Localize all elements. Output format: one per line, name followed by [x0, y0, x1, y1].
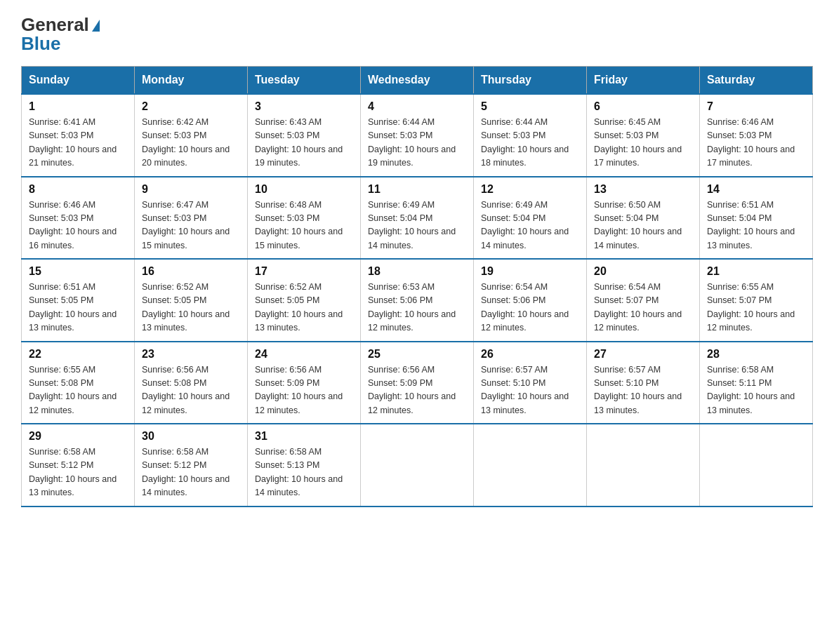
calendar-table: SundayMondayTuesdayWednesdayThursdayFrid…: [21, 66, 813, 507]
day-info: Sunrise: 6:57 AMSunset: 5:10 PMDaylight:…: [481, 363, 579, 418]
day-number: 20: [594, 265, 692, 278]
day-info: Sunrise: 6:58 AMSunset: 5:12 PMDaylight:…: [142, 445, 240, 500]
calendar-cell: 31 Sunrise: 6:58 AMSunset: 5:13 PMDaylig…: [248, 424, 361, 507]
day-info: Sunrise: 6:53 AMSunset: 5:06 PMDaylight:…: [368, 281, 466, 335]
day-number: 25: [368, 348, 466, 361]
day-info: Sunrise: 6:41 AMSunset: 5:03 PMDaylight:…: [29, 116, 127, 170]
calendar-cell: 10 Sunrise: 6:48 AMSunset: 5:03 PMDaylig…: [248, 177, 361, 260]
day-number: 3: [255, 100, 353, 113]
day-info: Sunrise: 6:56 AMSunset: 5:09 PMDaylight:…: [368, 363, 466, 418]
day-number: 13: [594, 183, 692, 196]
day-info: Sunrise: 6:54 AMSunset: 5:07 PMDaylight:…: [594, 281, 692, 335]
day-info: Sunrise: 6:45 AMSunset: 5:03 PMDaylight:…: [594, 116, 692, 170]
calendar-cell: 28 Sunrise: 6:58 AMSunset: 5:11 PMDaylig…: [700, 342, 813, 424]
calendar-cell: 18 Sunrise: 6:53 AMSunset: 5:06 PMDaylig…: [361, 259, 474, 342]
calendar-cell: 3 Sunrise: 6:43 AMSunset: 5:03 PMDayligh…: [248, 94, 361, 177]
calendar-cell: 23 Sunrise: 6:56 AMSunset: 5:08 PMDaylig…: [135, 342, 248, 424]
calendar-cell: 30 Sunrise: 6:58 AMSunset: 5:12 PMDaylig…: [135, 424, 248, 507]
column-header-thursday: Thursday: [474, 67, 587, 95]
calendar-cell: [474, 424, 587, 507]
day-number: 23: [142, 348, 240, 361]
calendar-cell: 20 Sunrise: 6:54 AMSunset: 5:07 PMDaylig…: [587, 259, 700, 342]
day-number: 18: [368, 265, 466, 278]
calendar-cell: 4 Sunrise: 6:44 AMSunset: 5:03 PMDayligh…: [361, 94, 474, 177]
day-number: 24: [255, 348, 353, 361]
day-info: Sunrise: 6:44 AMSunset: 5:03 PMDaylight:…: [481, 116, 579, 170]
day-info: Sunrise: 6:58 AMSunset: 5:12 PMDaylight:…: [29, 445, 127, 500]
day-number: 4: [368, 100, 466, 113]
day-number: 28: [707, 348, 805, 361]
day-info: Sunrise: 6:49 AMSunset: 5:04 PMDaylight:…: [368, 199, 466, 253]
calendar-cell: 29 Sunrise: 6:58 AMSunset: 5:12 PMDaylig…: [22, 424, 135, 507]
day-info: Sunrise: 6:49 AMSunset: 5:04 PMDaylight:…: [481, 199, 579, 253]
calendar-cell: [700, 424, 813, 507]
day-number: 27: [594, 348, 692, 361]
day-number: 21: [707, 265, 805, 278]
calendar-cell: 7 Sunrise: 6:46 AMSunset: 5:03 PMDayligh…: [700, 94, 813, 177]
calendar-cell: 19 Sunrise: 6:54 AMSunset: 5:06 PMDaylig…: [474, 259, 587, 342]
day-info: Sunrise: 6:55 AMSunset: 5:08 PMDaylight:…: [29, 363, 127, 418]
day-number: 8: [29, 183, 127, 196]
column-header-tuesday: Tuesday: [248, 67, 361, 95]
calendar-week-4: 22 Sunrise: 6:55 AMSunset: 5:08 PMDaylig…: [22, 342, 813, 424]
day-number: 15: [29, 265, 127, 278]
day-info: Sunrise: 6:42 AMSunset: 5:03 PMDaylight:…: [142, 116, 240, 170]
calendar-cell: 16 Sunrise: 6:52 AMSunset: 5:05 PMDaylig…: [135, 259, 248, 342]
day-number: 10: [255, 183, 353, 196]
calendar-cell: 1 Sunrise: 6:41 AMSunset: 5:03 PMDayligh…: [22, 94, 135, 177]
day-number: 2: [142, 100, 240, 113]
day-info: Sunrise: 6:56 AMSunset: 5:09 PMDaylight:…: [255, 363, 353, 418]
calendar-cell: 27 Sunrise: 6:57 AMSunset: 5:10 PMDaylig…: [587, 342, 700, 424]
calendar-cell: 2 Sunrise: 6:42 AMSunset: 5:03 PMDayligh…: [135, 94, 248, 177]
column-header-friday: Friday: [587, 67, 700, 95]
day-number: 17: [255, 265, 353, 278]
calendar-cell: 6 Sunrise: 6:45 AMSunset: 5:03 PMDayligh…: [587, 94, 700, 177]
calendar-week-2: 8 Sunrise: 6:46 AMSunset: 5:03 PMDayligh…: [22, 177, 813, 260]
logo-blue-text: Blue: [21, 33, 100, 55]
calendar-cell: 5 Sunrise: 6:44 AMSunset: 5:03 PMDayligh…: [474, 94, 587, 177]
day-info: Sunrise: 6:51 AMSunset: 5:05 PMDaylight:…: [29, 281, 127, 335]
day-number: 30: [142, 430, 240, 443]
day-info: Sunrise: 6:55 AMSunset: 5:07 PMDaylight:…: [707, 281, 805, 335]
calendar-cell: 13 Sunrise: 6:50 AMSunset: 5:04 PMDaylig…: [587, 177, 700, 260]
column-header-wednesday: Wednesday: [361, 67, 474, 95]
calendar-week-5: 29 Sunrise: 6:58 AMSunset: 5:12 PMDaylig…: [22, 424, 813, 507]
day-number: 22: [29, 348, 127, 361]
day-number: 26: [481, 348, 579, 361]
day-info: Sunrise: 6:47 AMSunset: 5:03 PMDaylight:…: [142, 199, 240, 253]
calendar-cell: 9 Sunrise: 6:47 AMSunset: 5:03 PMDayligh…: [135, 177, 248, 260]
day-number: 16: [142, 265, 240, 278]
calendar-cell: 12 Sunrise: 6:49 AMSunset: 5:04 PMDaylig…: [474, 177, 587, 260]
calendar-cell: [361, 424, 474, 507]
day-info: Sunrise: 6:54 AMSunset: 5:06 PMDaylight:…: [481, 281, 579, 335]
day-info: Sunrise: 6:48 AMSunset: 5:03 PMDaylight:…: [255, 199, 353, 253]
calendar-cell: 22 Sunrise: 6:55 AMSunset: 5:08 PMDaylig…: [22, 342, 135, 424]
day-number: 29: [29, 430, 127, 443]
calendar-cell: 25 Sunrise: 6:56 AMSunset: 5:09 PMDaylig…: [361, 342, 474, 424]
day-number: 11: [368, 183, 466, 196]
day-number: 19: [481, 265, 579, 278]
calendar-cell: 8 Sunrise: 6:46 AMSunset: 5:03 PMDayligh…: [22, 177, 135, 260]
day-info: Sunrise: 6:57 AMSunset: 5:10 PMDaylight:…: [594, 363, 692, 418]
day-info: Sunrise: 6:56 AMSunset: 5:08 PMDaylight:…: [142, 363, 240, 418]
calendar-cell: [587, 424, 700, 507]
day-number: 12: [481, 183, 579, 196]
day-number: 5: [481, 100, 579, 113]
logo: General Blue: [21, 14, 100, 55]
calendar-cell: 24 Sunrise: 6:56 AMSunset: 5:09 PMDaylig…: [248, 342, 361, 424]
day-info: Sunrise: 6:51 AMSunset: 5:04 PMDaylight:…: [707, 199, 805, 253]
column-header-monday: Monday: [135, 67, 248, 95]
day-info: Sunrise: 6:46 AMSunset: 5:03 PMDaylight:…: [707, 116, 805, 170]
calendar-cell: 21 Sunrise: 6:55 AMSunset: 5:07 PMDaylig…: [700, 259, 813, 342]
day-info: Sunrise: 6:52 AMSunset: 5:05 PMDaylight:…: [255, 281, 353, 335]
calendar-cell: 14 Sunrise: 6:51 AMSunset: 5:04 PMDaylig…: [700, 177, 813, 260]
day-number: 9: [142, 183, 240, 196]
day-info: Sunrise: 6:50 AMSunset: 5:04 PMDaylight:…: [594, 199, 692, 253]
column-header-saturday: Saturday: [700, 67, 813, 95]
day-number: 14: [707, 183, 805, 196]
day-number: 7: [707, 100, 805, 113]
calendar-cell: 26 Sunrise: 6:57 AMSunset: 5:10 PMDaylig…: [474, 342, 587, 424]
day-info: Sunrise: 6:58 AMSunset: 5:13 PMDaylight:…: [255, 445, 353, 500]
day-info: Sunrise: 6:43 AMSunset: 5:03 PMDaylight:…: [255, 116, 353, 170]
day-number: 31: [255, 430, 353, 443]
